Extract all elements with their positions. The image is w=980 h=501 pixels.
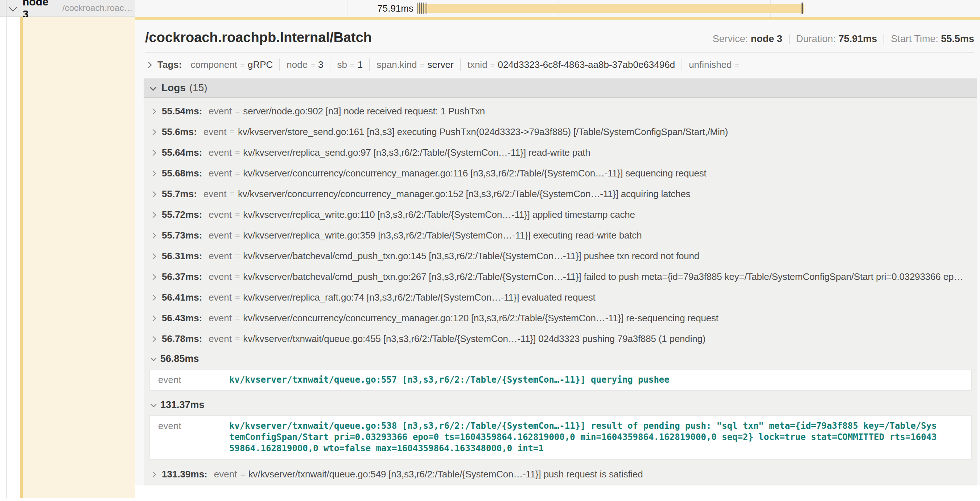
log-row[interactable]: 56.78ms: event = kv/kvserver/txnwait/que… xyxy=(149,329,976,349)
log-row[interactable]: 55.72ms: event = kv/kvserver/replica_wri… xyxy=(149,204,976,225)
log-row[interactable]: 55.73ms: event = kv/kvserver/replica_wri… xyxy=(149,225,976,246)
log-timestamp: 55.68ms: xyxy=(162,168,202,179)
tag-value: 1 xyxy=(358,59,363,70)
log-expand-chevron-icon[interactable] xyxy=(150,108,156,114)
log-row[interactable]: 56.37ms: event = kv/kvserver/batcheval/c… xyxy=(149,266,976,287)
log-marker xyxy=(426,3,427,14)
kv-key: event xyxy=(158,420,229,454)
equals-sign: = xyxy=(235,293,240,302)
log-expanded-group: 131.37ms event kv/kvserver/txnwait/queue… xyxy=(149,395,976,460)
log-field-value: kv/kvserver/batcheval/cmd_push_txn.go:14… xyxy=(243,250,699,262)
equals-sign: = xyxy=(240,61,245,70)
start-time-value: 55.5ms xyxy=(941,34,974,44)
span-row[interactable]: node 3 /cockroach.roach… 75.91ms xyxy=(0,0,980,17)
log-expand-chevron-icon[interactable] xyxy=(150,336,156,342)
log-marker xyxy=(423,3,424,14)
tags-label: Tags: xyxy=(158,59,182,70)
log-expand-chevron-icon[interactable] xyxy=(150,150,156,156)
log-field-key: event xyxy=(208,271,232,282)
log-timestamp: 56.41ms: xyxy=(162,292,202,303)
log-collapse-chevron-icon[interactable] xyxy=(151,401,157,407)
log-field-key: event xyxy=(204,126,227,137)
log-field-value: kv/kvserver/replica_write.go:110 [n3,s3,… xyxy=(243,209,635,220)
log-field-value: kv/kvserver/replica_write.go:359 [n3,s3,… xyxy=(243,230,642,241)
tag-value: gRPC xyxy=(248,59,273,70)
log-row[interactable]: 56.41ms: event = kv/kvserver/replica_raf… xyxy=(149,287,976,308)
log-expand-chevron-icon[interactable] xyxy=(150,253,156,259)
tree-indent-line xyxy=(6,0,6,498)
log-field-key: event xyxy=(208,168,232,179)
equals-sign: = xyxy=(235,313,240,323)
log-field-key: event xyxy=(208,333,232,345)
span-detail-panel: /cockroach.roachpb.Internal/Batch Servic… xyxy=(135,19,980,485)
log-expand-chevron-icon[interactable] xyxy=(150,274,156,280)
tags-expand-chevron-icon[interactable] xyxy=(146,62,152,68)
log-expanded-group: 56.85ms event kv/kvserver/txnwait/queue.… xyxy=(149,349,976,391)
log-expand-chevron-icon[interactable] xyxy=(150,191,156,197)
logs-header[interactable]: Logs (15) xyxy=(144,78,977,98)
logs-collapse-chevron-icon[interactable] xyxy=(150,84,156,90)
log-expand-chevron-icon[interactable] xyxy=(150,129,156,135)
log-timestamp: 56.85ms xyxy=(160,353,199,364)
tags-section[interactable]: Tags: component=gRPC node=3 sb=1 span.ki… xyxy=(135,53,980,75)
log-marker-end xyxy=(802,3,803,14)
log-field-key: event xyxy=(208,106,232,117)
tag-item: unfinished= xyxy=(681,59,749,71)
log-collapse-chevron-icon[interactable] xyxy=(151,355,157,361)
span-accent-stripe xyxy=(20,17,23,498)
log-row[interactable]: 56.43ms: event = kv/kvserver/concurrency… xyxy=(149,308,976,329)
detail-top-accent xyxy=(135,17,980,19)
log-field-key: event xyxy=(208,230,232,241)
log-timestamp: 55.6ms: xyxy=(162,126,197,137)
log-expand-chevron-icon[interactable] xyxy=(150,471,156,477)
equals-sign: = xyxy=(229,127,234,137)
span-tint-column xyxy=(23,17,135,498)
log-timestamp: 56.43ms: xyxy=(162,313,202,324)
log-row[interactable]: 55.64ms: event = kv/kvserver/replica_sen… xyxy=(149,142,976,163)
tag-value: 024d3323-6c8f-4863-aa8b-37ab0e63496d xyxy=(498,59,675,70)
span-meta: Service: node 3Duration: 75.91msStart Ti… xyxy=(713,34,974,45)
log-expand-chevron-icon[interactable] xyxy=(150,212,156,218)
log-expanded-header[interactable]: 131.37ms xyxy=(149,395,976,414)
log-expand-chevron-icon[interactable] xyxy=(150,294,156,301)
tag-value: 3 xyxy=(318,59,323,70)
log-expand-chevron-icon[interactable] xyxy=(150,170,156,176)
equals-sign: = xyxy=(229,189,234,199)
span-bar[interactable] xyxy=(417,4,804,13)
meta-divider xyxy=(789,34,789,44)
log-field-key: event xyxy=(208,292,232,303)
span-name-column[interactable]: node 3 /cockroach.roach… xyxy=(0,0,135,17)
log-field-value: kv/kvserver/batcheval/cmd_push_txn.go:26… xyxy=(243,271,963,282)
equals-sign: = xyxy=(735,61,740,70)
log-timestamp: 55.72ms: xyxy=(162,209,202,220)
kv-key: event xyxy=(158,374,229,386)
log-row[interactable]: 131.39ms: event = kv/kvserver/txnwait/qu… xyxy=(149,464,976,485)
equals-sign: = xyxy=(350,61,355,70)
duration-label: 75.91ms xyxy=(135,0,414,17)
equals-sign: = xyxy=(490,61,495,70)
equals-sign: = xyxy=(240,469,245,479)
log-expanded-header[interactable]: 56.85ms xyxy=(149,349,976,368)
log-field-value: kv/kvserver/concurrency/concurrency_mana… xyxy=(243,168,706,179)
log-row[interactable]: 55.54ms: event = server/node.go:902 [n3]… xyxy=(149,101,976,121)
span-title: /cockroach.roachpb.Internal/Batch xyxy=(145,30,372,45)
log-field-value: server/node.go:902 [n3] node received re… xyxy=(243,106,485,117)
log-row[interactable]: 55.68ms: event = kv/kvserver/concurrency… xyxy=(149,163,976,184)
log-field-value: kv/kvserver/replica_send.go:97 [n3,s3,r6… xyxy=(243,147,590,158)
collapse-chevron-icon[interactable] xyxy=(9,3,17,12)
log-expand-chevron-icon[interactable] xyxy=(150,232,156,239)
log-row[interactable]: 55.7ms: event = kv/kvserver/concurrency/… xyxy=(149,184,976,204)
log-row[interactable]: 56.31ms: event = kv/kvserver/batcheval/c… xyxy=(149,246,976,266)
tag-key: node xyxy=(286,59,307,70)
log-marker xyxy=(419,3,420,14)
equals-sign: = xyxy=(235,148,240,158)
log-expand-chevron-icon[interactable] xyxy=(150,315,156,321)
equals-sign: = xyxy=(235,106,240,116)
log-marker xyxy=(421,3,422,14)
timeline-area: 75.91ms xyxy=(135,0,980,17)
log-field-key: event xyxy=(208,209,232,220)
log-row[interactable]: 55.6ms: event = kv/kvserver/store_send.g… xyxy=(149,121,976,142)
tag-value: server xyxy=(427,59,453,70)
log-timestamp: 55.7ms: xyxy=(162,188,197,199)
tag-list: component=gRPC node=3 sb=1 span.kind=ser… xyxy=(184,59,749,71)
